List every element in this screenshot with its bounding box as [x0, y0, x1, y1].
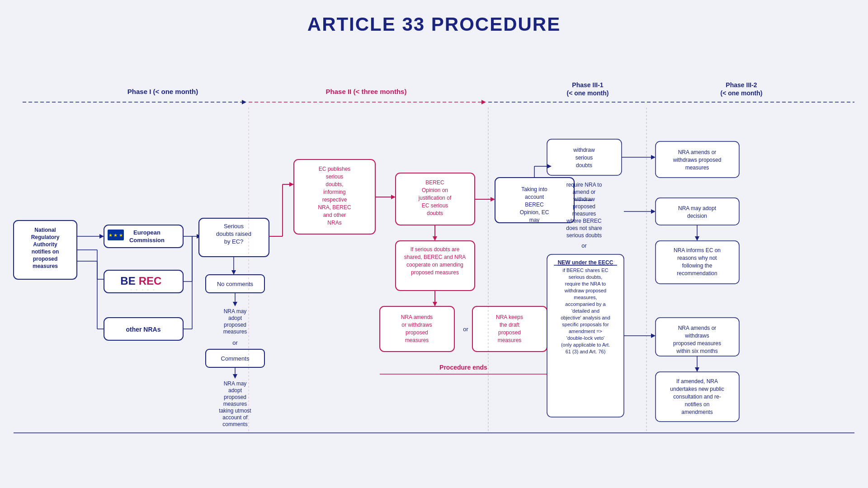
if-amended-text3: consultation and re- [673, 394, 721, 400]
nra-amends-1-text4: measures [405, 337, 429, 343]
nra-adopt-2-line3: proposed [224, 394, 246, 400]
phase31-label2: (< one month) [567, 89, 609, 97]
nra-amends-3-text1: NRA amends or [678, 325, 717, 331]
phase2-label: Phase II (< three months) [326, 88, 407, 95]
nra-amends-3-text2: withdraws [684, 333, 709, 339]
require-text8: serious doubts [566, 232, 602, 239]
diagram-svg: Phase I (< one month) Phase II (< three … [9, 49, 859, 483]
ec-text2: Commission [129, 237, 165, 244]
if-amended-text5: amendments [681, 409, 712, 415]
withdraw-to-nraamend2-arrow [651, 155, 656, 160]
taking-text3: BEREC [525, 202, 544, 208]
berec-op-text1: BEREC [425, 179, 444, 186]
require-text2: amend or [573, 189, 596, 195]
or-text-3: or [581, 242, 587, 249]
new-eecc-title1: NEW under the EECC [558, 259, 613, 266]
withdraw-text3: doubts [576, 162, 592, 169]
nra-adopt-2-line4: measures [223, 401, 247, 407]
ec-pub-text6: NRA, BEREC [318, 204, 351, 211]
taking-text1: Taking into [521, 186, 547, 192]
ec-pub-text8: NRAs [327, 220, 341, 226]
nra-text2: Regulatory [31, 234, 60, 240]
ec-pub-text4: informing [323, 189, 345, 195]
nra-informs-text1: NRA informs EC on [674, 247, 721, 253]
require-text7: does not share [566, 225, 602, 231]
if-amended-text1: If amended, NRA [676, 378, 718, 385]
nra-amends-2-text2: withdraws proposed [673, 157, 722, 163]
new-eecc-text6: accompanied by a [565, 301, 606, 307]
taking-text2: account [525, 194, 544, 200]
new-eecc-text13: 61 (3) and Art. 76) [566, 349, 606, 354]
berec-op-text5: doubts [427, 210, 443, 216]
nra-keeps-box [472, 306, 547, 352]
ecpub-to-berec-arrow [391, 195, 396, 199]
require-to-nraadopt-arrow [651, 209, 656, 214]
nra-informs-text2: reasons why not [677, 255, 717, 261]
no-comments-text: No comments [217, 281, 254, 287]
if-serious-text1: If serious doubts are [410, 246, 460, 253]
nra-amends-1-text1: NRA amends [401, 314, 433, 320]
comments-down-arrow [233, 374, 237, 379]
nra-keeps-text4: measures [498, 337, 522, 343]
nra-keeps-text1: NRA keeps [496, 314, 523, 320]
nra-amends-2-text3: measures [685, 164, 709, 171]
nra-adopt-2-line6: account of [222, 414, 248, 421]
nra-keeps-text3: proposed [498, 329, 521, 336]
nra-adopt-1-line2: adopt [228, 315, 242, 321]
nra-adopt-decision-text1: NRA may adopt [678, 205, 717, 211]
nra-text4: notifies on [32, 249, 59, 255]
nra-amends-1-text3: proposed [406, 329, 428, 336]
ec-flag-stars: ★ ★ ★ [108, 233, 123, 238]
ec-pub-text3: doubts, [326, 181, 343, 188]
nra-text5: proposed [33, 256, 58, 262]
berec-op-text4: EC serious [422, 202, 448, 209]
require-text6: where BEREC [566, 218, 602, 224]
or-text-1: or [232, 339, 238, 346]
berec-rec: REC [139, 275, 162, 287]
nra-text3: Authority [33, 241, 57, 248]
phase32-label2: (< one month) [721, 89, 763, 97]
procedure-ends: Procedure ends [439, 364, 487, 371]
new-eecc-text9: specific proposals for [562, 322, 609, 327]
nraadopt-to-nrainforms-arrow [695, 236, 699, 241]
nra-amends-2-text1: NRA amends or [678, 149, 717, 155]
if-serious-text3: cooperate on amending [406, 262, 463, 268]
new-eecc-text2: serious doubts, [569, 274, 603, 280]
nra-informs-text4: recommendation [677, 270, 717, 277]
other-nras-text: other NRAs [126, 326, 160, 333]
comments-text: Comments [221, 355, 250, 362]
new-eecc-text1: if BEREC shares EC [563, 267, 609, 273]
taking-text4: Opinion, EC [520, 209, 549, 216]
berec-op-down-arrow [433, 236, 437, 241]
new-eecc-text11: 'double-lock veto' [566, 335, 604, 341]
nra-amends-1-box [380, 306, 454, 352]
nra-amends-3-text3: proposed measures [673, 340, 721, 347]
main-title: ARTICLE 33 PROCEDURE [9, 14, 859, 35]
nra-adopt-decision-text2: decision [687, 213, 707, 219]
if-amended-text2: undertakes new public [670, 386, 724, 392]
nra-adopt-2-line2: adopt [228, 387, 242, 394]
serious-doubts-text2: doubts raised [216, 230, 251, 237]
new-eecc-text4: withdraw proposed [564, 288, 606, 293]
or-text-2: or [463, 326, 468, 333]
if-serious-text4: proposed measures [411, 269, 459, 276]
new-eecc-text12: (only applicable to Art. [561, 342, 610, 347]
nra-keeps-text2: the draft [500, 322, 520, 328]
serious-doubts-text1: Serious [224, 223, 244, 230]
berec-dots: . . . . . [131, 287, 156, 291]
taking-text5: may [529, 217, 540, 223]
phase31-label: Phase III-1 [572, 81, 603, 89]
nra-adopt-2-line7: comments [222, 421, 247, 427]
nra-adopt-2-line1: NRA may [224, 380, 247, 387]
ec-pub-text5: respective [322, 197, 347, 203]
berec-be: BE [120, 275, 135, 287]
nra-adopt-2-line5: taking utmost [219, 408, 251, 414]
ifserious-down-arrow [433, 302, 437, 306]
nra-informs-text3: following the [682, 263, 712, 269]
berec-to-taking-arrow [491, 197, 495, 202]
require-text4: proposed [573, 203, 595, 210]
nra-adopt-1-line3: proposed [224, 322, 246, 328]
nraamend3-to-ifamended-arrow [695, 367, 699, 372]
nra-adopt-1-line1: NRA may [224, 308, 247, 314]
berec-op-text3: justification of [418, 195, 452, 201]
